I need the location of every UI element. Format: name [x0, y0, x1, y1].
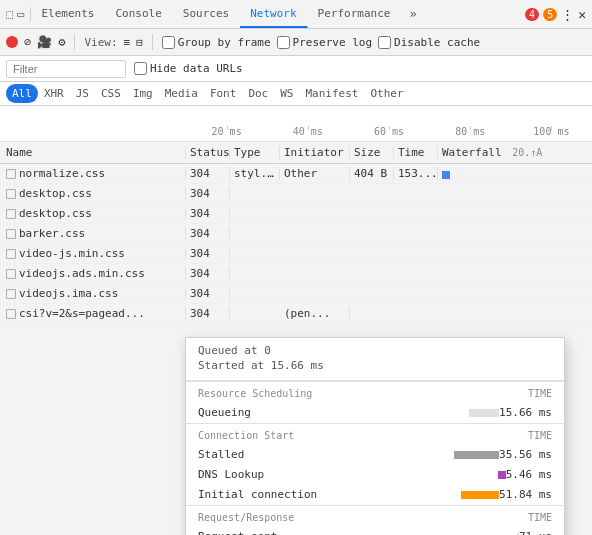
timing-popup: Queued at 0 Started at 15.66 ms Resource… [185, 337, 565, 535]
type-btn-doc[interactable]: Doc [242, 84, 274, 103]
row-status-7: 304 [186, 307, 230, 320]
section-resource-scheduling: Resource Scheduling TIME [186, 381, 564, 403]
row-name-2: desktop.css [0, 207, 186, 220]
device-icon[interactable]: ▭ [17, 7, 24, 21]
timeline-tick-4: 80 ms [430, 126, 511, 137]
tab-list: Elements Console Sources Network Perform… [31, 1, 401, 28]
initial-connection-bar [461, 491, 499, 499]
file-icon-1 [6, 189, 16, 199]
queued-at-text: Queued at 0 [198, 344, 552, 357]
row-type-0: styl... [230, 167, 280, 180]
row-waterfall-0 [438, 165, 592, 182]
dns-value: 5.46 ms [506, 468, 552, 481]
type-btn-img[interactable]: Img [127, 84, 159, 103]
view-label: View: [84, 36, 117, 49]
hide-data-urls-label[interactable]: Hide data URLs [134, 62, 243, 75]
row-size-0: 404 B [350, 167, 394, 180]
row-name-7: csi?v=2&s=pagead... [0, 307, 186, 320]
tab-network[interactable]: Network [240, 1, 307, 28]
group-by-frame-label[interactable]: Group by frame [162, 36, 271, 49]
stalled-value: 35.56 ms [499, 448, 552, 461]
type-btn-css[interactable]: CSS [95, 84, 127, 103]
tab-sources[interactable]: Sources [173, 1, 240, 28]
queueing-label: Queueing [198, 406, 461, 419]
row-status-1: 304 [186, 187, 230, 200]
table-row[interactable]: desktop.css 304 [0, 204, 592, 224]
type-btn-xhr[interactable]: XHR [38, 84, 70, 103]
type-btn-other[interactable]: Other [364, 84, 409, 103]
file-icon-6 [6, 289, 16, 299]
type-btn-ws[interactable]: WS [274, 84, 299, 103]
row-name-0: normalize.css [0, 167, 186, 180]
tab-more[interactable]: » [401, 1, 424, 27]
type-btn-manifest[interactable]: Manifest [300, 84, 365, 103]
timeline: 20 ms 40 ms 60 ms 80 ms 100 ms [0, 106, 592, 142]
file-icon-4 [6, 249, 16, 259]
network-toolbar: ⊘ 🎥 ⚙ View: ≡ ⊟ Group by frame Preserve … [0, 29, 592, 56]
file-icon-7 [6, 309, 16, 319]
tab-elements[interactable]: Elements [31, 1, 105, 28]
row-name-5: videojs.ads.min.css [0, 267, 186, 280]
file-icon-0 [6, 169, 16, 179]
more-options-icon[interactable]: ⋮ [561, 7, 574, 22]
hide-data-urls-checkbox[interactable] [134, 62, 147, 75]
warning-badge: 5 [543, 8, 557, 21]
col-header-size: Size [350, 146, 394, 159]
row-initiator-0: Other [280, 167, 350, 180]
record-button[interactable] [6, 36, 18, 48]
col-header-time: Time [394, 146, 438, 159]
disable-cache-label[interactable]: Disable cache [378, 36, 480, 49]
list-view-icon[interactable]: ≡ [124, 36, 131, 49]
col-header-initiator: Initiator [280, 146, 350, 159]
section-connection-start: Connection Start TIME [186, 423, 564, 445]
table-row[interactable]: video-js.min.css 304 [0, 244, 592, 264]
timeline-ticks: 20 ms 40 ms 60 ms 80 ms 100 ms [186, 106, 592, 141]
tree-view-icon[interactable]: ⊟ [136, 36, 143, 49]
table-row[interactable]: barker.css 304 [0, 224, 592, 244]
main-area: Name Status Type Initiator Size Time Wat… [0, 142, 592, 324]
table-row[interactable]: csi?v=2&s=pagead... 304 (pen... [0, 304, 592, 324]
inspect-icon[interactable]: ⬚ [6, 7, 13, 21]
dns-label: DNS Lookup [198, 468, 490, 481]
group-by-frame-checkbox[interactable] [162, 36, 175, 49]
disable-cache-checkbox[interactable] [378, 36, 391, 49]
table-row[interactable]: videojs.ima.css 304 [0, 284, 592, 304]
type-btn-media[interactable]: Media [159, 84, 204, 103]
dns-bar [498, 471, 506, 479]
popup-row-request-sent: Request sent 71 μs [186, 527, 564, 535]
filter-bar: Hide data URLs [0, 56, 592, 82]
row-time-0: 153... [394, 167, 438, 180]
table-header: Name Status Type Initiator Size Time Wat… [0, 142, 592, 164]
tab-console[interactable]: Console [105, 1, 172, 28]
popup-row-dns: DNS Lookup 5.46 ms [186, 465, 564, 485]
row-name-4: video-js.min.css [0, 247, 186, 260]
popup-header: Queued at 0 Started at 15.66 ms [186, 338, 564, 381]
camera-icon[interactable]: 🎥 [37, 35, 52, 49]
type-btn-js[interactable]: JS [70, 84, 95, 103]
clear-button[interactable]: ⊘ [24, 35, 31, 49]
filter-icon[interactable]: ⚙ [58, 35, 65, 49]
type-btn-all[interactable]: All [6, 84, 38, 103]
waterfall-sort-indicator: 20.↑A [512, 147, 542, 158]
table-row[interactable]: normalize.css 304 styl... Other 404 B 15… [0, 164, 592, 184]
close-icon[interactable]: ✕ [578, 7, 586, 22]
timeline-tick-5: 100 ms [511, 126, 592, 137]
filter-input[interactable] [6, 60, 126, 78]
file-icon-3 [6, 229, 16, 239]
table-row[interactable]: desktop.css 304 [0, 184, 592, 204]
row-status-4: 304 [186, 247, 230, 260]
timeline-tick-3: 60 ms [348, 126, 429, 137]
timeline-tick-1: 20 ms [186, 126, 267, 137]
preserve-log-label[interactable]: Preserve log [277, 36, 372, 49]
table-row[interactable]: videojs.ads.min.css 304 [0, 264, 592, 284]
row-initiator-7: (pen... [280, 307, 350, 320]
initial-connection-value: 51.84 ms [499, 488, 552, 501]
row-name-1: desktop.css [0, 187, 186, 200]
error-badge: 4 [525, 8, 539, 21]
col-header-waterfall: Waterfall 20.↑A [438, 146, 592, 159]
row-name-6: videojs.ima.css [0, 287, 186, 300]
preserve-log-checkbox[interactable] [277, 36, 290, 49]
tab-performance[interactable]: Performance [308, 1, 402, 28]
type-btn-font[interactable]: Font [204, 84, 243, 103]
queueing-value: 15.66 ms [499, 406, 552, 419]
